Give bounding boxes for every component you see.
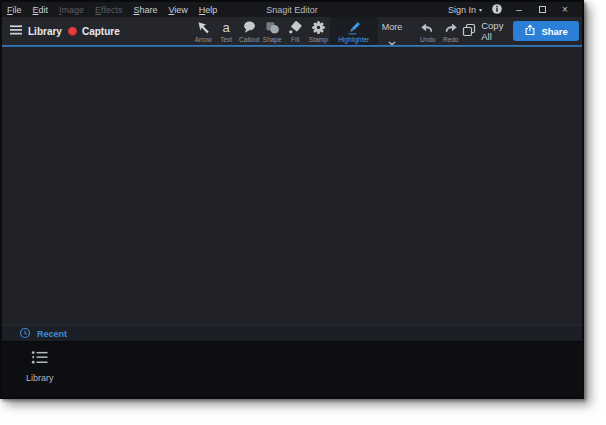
redo-label: Redo <box>443 36 459 43</box>
sign-in-button[interactable]: Sign In ▾ <box>448 5 482 15</box>
undo-redo-group: Undo Redo <box>416 17 462 45</box>
arrow-cursor-icon <box>196 20 211 35</box>
tool-shape[interactable]: Shape <box>261 17 284 45</box>
tool-label: Text <box>220 36 232 43</box>
hamburger-icon <box>10 25 23 37</box>
menu-help[interactable]: Help <box>199 5 218 15</box>
shape-icon <box>265 20 280 35</box>
tool-label: Stamp <box>309 36 328 43</box>
menu-edit[interactable]: Edit <box>33 5 49 15</box>
menu-bar: File Edit Image Effects Share View Help <box>7 5 217 15</box>
capture-label: Capture <box>82 26 120 37</box>
share-label: Share <box>541 26 567 37</box>
clock-icon <box>19 325 31 343</box>
library-toggle-label: Library <box>28 26 62 37</box>
tools-group: Arrow a Text Callout Shape <box>192 17 463 45</box>
tool-stamp[interactable]: Stamp <box>307 17 330 45</box>
undo-label: Undo <box>420 36 436 43</box>
recent-label: Recent <box>37 329 67 339</box>
library-list-icon <box>31 350 49 369</box>
stamp-icon <box>311 20 326 35</box>
redo-icon <box>443 20 458 35</box>
undo-icon <box>420 20 435 35</box>
share-upload-icon <box>524 24 536 38</box>
fill-icon <box>288 20 303 35</box>
copy-all-label: Copy All <box>481 20 503 42</box>
close-button[interactable]: × <box>558 5 572 15</box>
sign-in-label: Sign In <box>448 5 476 15</box>
capture-button[interactable]: Capture <box>68 26 120 37</box>
menu-view[interactable]: View <box>168 5 187 15</box>
redo-button[interactable]: Redo <box>439 17 462 45</box>
tool-label: Shape <box>263 36 282 43</box>
text-icon: a <box>223 20 230 35</box>
toolbar-left-group: Library Capture <box>10 17 120 45</box>
copy-all-button[interactable]: Copy All <box>462 20 503 42</box>
titlebar: File Edit Image Effects Share View Help … <box>2 2 582 17</box>
menu-image: Image <box>59 5 84 15</box>
copy-icon <box>462 23 476 39</box>
menu-file[interactable]: File <box>7 5 22 15</box>
tool-label: Highlighter <box>338 36 369 43</box>
callout-icon <box>242 20 257 35</box>
recent-tray-toggle[interactable]: Recent <box>2 325 582 341</box>
maximize-button[interactable] <box>535 5 549 15</box>
highlighter-icon <box>346 20 362 35</box>
toolbar-right-group: Copy All Share <box>462 17 579 45</box>
recent-captures-tray: Library <box>2 341 582 397</box>
more-tools-button[interactable]: More <box>378 17 407 45</box>
minimize-button[interactable]: – <box>512 5 526 15</box>
tool-fill[interactable]: Fill <box>284 17 307 45</box>
info-icon[interactable] <box>491 1 503 19</box>
snagit-editor-window: File Edit Image Effects Share View Help … <box>0 0 584 399</box>
toolbar: Library Capture Arrow a Text <box>2 17 582 45</box>
menu-share[interactable]: Share <box>133 5 157 15</box>
capture-red-dot-icon <box>68 27 77 36</box>
window-title: Snagit Editor <box>266 5 318 15</box>
more-label: More <box>382 22 403 32</box>
tray-item-library[interactable]: Library <box>26 350 54 383</box>
tool-label: Arrow <box>195 36 212 43</box>
tool-callout[interactable]: Callout <box>238 17 261 45</box>
tool-highlighter[interactable]: Highlighter <box>330 17 378 45</box>
library-toggle-button[interactable]: Library <box>10 25 62 37</box>
maximize-box-icon <box>539 6 546 13</box>
tool-text[interactable]: a Text <box>215 17 238 45</box>
undo-button[interactable]: Undo <box>416 17 439 45</box>
caret-down-icon: ▾ <box>479 6 482 13</box>
menu-effects: Effects <box>95 5 122 15</box>
share-button[interactable]: Share <box>513 21 578 41</box>
tool-label: Fill <box>291 36 299 43</box>
tray-item-label: Library <box>26 373 54 383</box>
tool-arrow[interactable]: Arrow <box>192 17 215 45</box>
titlebar-right: Sign In ▾ – × <box>448 1 572 19</box>
editor-canvas <box>2 47 582 325</box>
tool-label: Callout <box>239 36 259 43</box>
